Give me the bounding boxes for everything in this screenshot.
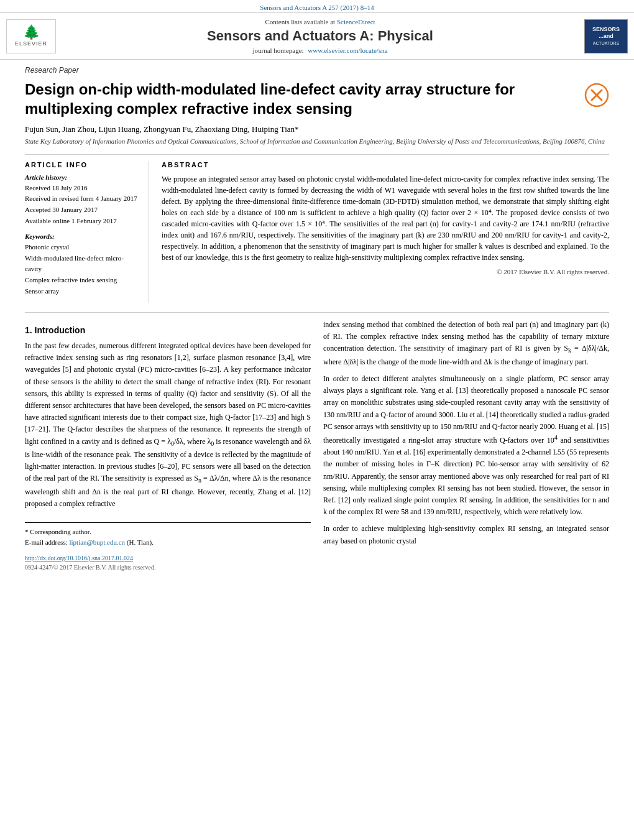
kw3: Complex refractive index sensing (25, 275, 139, 286)
sensors-logo: SENSORS...and ACTUATORS (584, 19, 628, 53)
divider-2 (25, 312, 609, 313)
affiliation: State Key Laboratory of Information Phot… (25, 137, 609, 146)
article-info: ARTICLE INFO Article history: Received 1… (25, 161, 149, 303)
issn-line: 0924-4247/© 2017 Elsevier B.V. All right… (25, 563, 311, 572)
footnote-email: E-mail address: liptian@bupt.edu.cn (H. … (25, 537, 311, 548)
elsevier-logo: 🌲 ELSEVIER (6, 19, 56, 53)
sciencedirect-link[interactable]: ScienceDirect (337, 18, 375, 25)
intro-para3: In order to detect different analytes si… (323, 373, 609, 518)
article-history-block: Article history: Received 18 July 2016 R… (25, 173, 139, 226)
crossmark-badge (584, 83, 609, 108)
main-content: Research Paper Design on-chip width-modu… (0, 60, 634, 584)
elsevier-tree-icon: 🌲 (23, 25, 40, 39)
header-band: 🌲 ELSEVIER Contents lists available at S… (0, 12, 634, 60)
revised: Received in revised form 4 January 2017 (25, 193, 139, 205)
homepage-line: journal homepage: www.elsevier.com/locat… (62, 47, 578, 54)
sensors-logo-title: SENSORS...and (592, 26, 620, 40)
journal-top-bar: Sensors and Actuators A 257 (2017) 8–14 (0, 0, 634, 12)
body-columns: 1. Introduction In the past few decades,… (25, 319, 609, 572)
journal-ref: Sensors and Actuators A 257 (2017) 8–14 (260, 4, 374, 11)
homepage-url[interactable]: www.elsevier.com/locate/sna (308, 47, 387, 54)
abstract-heading: ABSTRACT (162, 161, 609, 168)
paper-title: Design on-chip width-modulated line-defe… (25, 80, 578, 118)
intro-para2: index sensing method that combined the d… (323, 319, 609, 368)
paper-type-label: Research Paper (25, 66, 609, 75)
accepted: Accepted 30 January 2017 (25, 205, 139, 216)
info-section: ARTICLE INFO Article history: Received 1… (25, 161, 609, 303)
kw1: Photonic crystal (25, 242, 139, 253)
copyright-line: © 2017 Elsevier B.V. All rights reserved… (162, 268, 609, 275)
paper-title-section: Design on-chip width-modulated line-defe… (25, 80, 609, 118)
footnote-section: * Corresponding author. E-mail address: … (25, 522, 311, 547)
kw4: Sensor array (25, 286, 139, 297)
authors: Fujun Sun, Jian Zhou, Lijun Huang, Zhong… (25, 124, 609, 134)
footer-bar: http://dx.doi.org/10.1016/j.sna.2017.01.… (25, 553, 311, 572)
intro-para1: In the past few decades, numerous differ… (25, 340, 311, 510)
intro-para4: In order to achieve multiplexing high-se… (323, 523, 609, 547)
kw2: Width-modulated line-defect micro-cavity (25, 253, 139, 275)
col-right: index sensing method that combined the d… (323, 319, 609, 572)
elsevier-label: ELSEVIER (15, 40, 47, 47)
available: Available online 1 February 2017 (25, 216, 139, 227)
keywords-label: Keywords: (25, 233, 139, 240)
intro-heading: 1. Introduction (25, 325, 311, 335)
divider-1 (25, 154, 609, 155)
sensors-logo-sub: ACTUATORS (593, 41, 620, 46)
history-label: Article history: (25, 173, 139, 181)
doi-link[interactable]: http://dx.doi.org/10.1016/j.sna.2017.01.… (25, 555, 133, 561)
article-info-heading: ARTICLE INFO (25, 161, 139, 168)
keywords-block: Keywords: Photonic crystal Width-modulat… (25, 233, 139, 297)
abstract-section: ABSTRACT We propose an integrated sensor… (162, 161, 609, 303)
footnote-email-link[interactable]: liptian@bupt.edu.cn (69, 538, 125, 546)
received1: Received 18 July 2016 (25, 183, 139, 194)
abstract-text: We propose an integrated sensor array ba… (162, 173, 609, 263)
contents-line: Contents lists available at ScienceDirec… (62, 18, 578, 25)
col-left: 1. Introduction In the past few decades,… (25, 319, 311, 572)
header-center: Contents lists available at ScienceDirec… (62, 18, 578, 54)
journal-title: Sensors and Actuators A: Physical (62, 28, 578, 44)
footnote-corresponding: * Corresponding author. (25, 527, 311, 537)
